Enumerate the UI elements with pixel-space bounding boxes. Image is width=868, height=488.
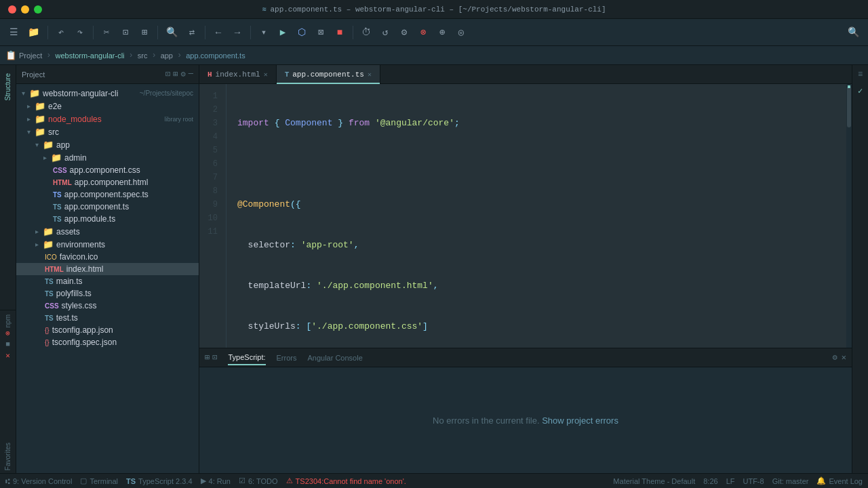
file-tree-action-expand[interactable]: ⊞	[173, 69, 178, 79]
folder-icon-e2e: 📁	[35, 101, 45, 111]
tree-item-app[interactable]: ▾ 📁 app	[16, 138, 199, 151]
status-vcs[interactable]: ⑆ 9: Version Control	[5, 477, 72, 485]
stop-button[interactable]: ■	[332, 24, 348, 41]
structure-panel-button[interactable]: Structure	[3, 70, 13, 104]
status-event-log[interactable]: 🔔 Event Log	[816, 476, 863, 485]
file-tree-action-close[interactable]: —	[189, 69, 193, 79]
tab-close-appcomp[interactable]: ✕	[368, 70, 372, 79]
nav-file[interactable]: app.component.ts	[186, 52, 245, 60]
error-button[interactable]: ⊗	[415, 24, 431, 41]
minimize-button[interactable]	[21, 5, 29, 14]
minimap-scrollbar[interactable]	[846, 84, 852, 348]
bottom-expand-icon[interactable]: ⊞	[205, 352, 210, 363]
tree-item-assets[interactable]: ▸ 📁 assets	[16, 225, 199, 238]
tree-item-admin[interactable]: ▸ 📁 admin	[16, 151, 199, 164]
status-terminal[interactable]: ▢ Terminal	[80, 476, 118, 485]
tree-item-polyfills[interactable]: TS polyfills.ts	[16, 287, 199, 300]
npm-label[interactable]: npm	[3, 313, 13, 329]
status-typescript[interactable]: TS TypeScript 2.3.4	[126, 477, 193, 485]
history-button[interactable]: ⏱	[358, 24, 374, 41]
bottom-collapse-icon[interactable]: ⊡	[212, 352, 217, 363]
search-button[interactable]: 🔍	[163, 24, 181, 41]
forward-button[interactable]: →	[229, 24, 245, 41]
undo-button[interactable]: ↶	[53, 24, 69, 41]
status-git[interactable]: Git: master	[772, 477, 809, 485]
tree-item-favicon[interactable]: ICO favicon.ico	[16, 251, 199, 263]
right-icon-2[interactable]: ✓	[856, 84, 865, 98]
status-run[interactable]: ▶ 4: Run	[201, 476, 231, 485]
tree-item-main-ts[interactable]: TS main.ts	[16, 275, 199, 287]
status-todo[interactable]: ☑ 6: TODO	[239, 476, 278, 485]
tree-item-tsconfig-spec[interactable]: {} tsconfig.spec.json	[16, 336, 199, 348]
tree-item-src[interactable]: ▾ 📁 src	[16, 125, 199, 138]
chevron-right-icon-assets: ▸	[35, 228, 39, 235]
status-position[interactable]: 8:26	[703, 477, 717, 485]
run-button[interactable]: ▶	[275, 24, 291, 41]
tree-item-e2e[interactable]: ▸ 📁 e2e	[16, 100, 199, 113]
build-dropdown[interactable]: ▾	[256, 24, 272, 41]
copy-button[interactable]: ⊡	[117, 24, 134, 41]
npm-close-icon[interactable]: ✕	[5, 351, 10, 360]
right-icon-1[interactable]: ≡	[856, 68, 865, 81]
tree-item-app-module[interactable]: TS app.module.ts	[16, 213, 199, 225]
tree-item-tsconfig-app[interactable]: {} tsconfig.app.json	[16, 324, 199, 336]
close-button[interactable]	[8, 5, 16, 14]
favorites-panel-button[interactable]: Favorites	[3, 440, 13, 473]
bottom-tab-typescript[interactable]: TypeScript:	[228, 350, 265, 365]
back-button[interactable]: ←	[210, 24, 226, 41]
nav-project[interactable]: 📋 Project	[5, 50, 42, 61]
status-line-ending[interactable]: LF	[726, 477, 735, 485]
redo-button[interactable]: ↷	[72, 24, 88, 41]
tree-item-app-spec[interactable]: TS app.component.spec.ts	[16, 188, 199, 201]
code-editor[interactable]: 1 2 3 4 5 6 7 8 9 10 11 import { Compone…	[199, 84, 852, 348]
line-num-7: 7	[199, 171, 220, 184]
tree-item-test-ts[interactable]: TS test.ts	[16, 312, 199, 324]
bottom-tab-angular[interactable]: Angular Console	[307, 351, 362, 365]
replace-button[interactable]: ⇄	[184, 24, 200, 41]
tree-item-environments[interactable]: ▸ 📁 environments	[16, 238, 199, 251]
file-tree-action-sync[interactable]: ⊡	[165, 69, 170, 79]
ts-status-label: TypeScript 2.3.4	[138, 477, 193, 485]
tree-item-app-ts[interactable]: TS app.component.ts	[16, 201, 199, 213]
tab-index-html[interactable]: H index.html ✕	[199, 65, 277, 84]
file-tree-action-settings[interactable]: ⚙	[181, 69, 186, 79]
global-search-button[interactable]: 🔍	[844, 24, 863, 41]
tree-item-root[interactable]: ▾ 📁 webstorm-angular-cli ~/Projects/site…	[16, 87, 199, 100]
bottom-action-settings[interactable]: ⚙	[833, 352, 837, 363]
toolbar-sep-6	[353, 26, 353, 39]
scrollbar-thumb[interactable]	[847, 87, 851, 127]
maximize-button[interactable]	[34, 5, 42, 14]
nav-src[interactable]: src	[138, 52, 148, 60]
nav-root[interactable]: webstorm-angular-cli	[55, 52, 124, 60]
power-button[interactable]: ◎	[453, 24, 469, 41]
bottom-tab-errors[interactable]: Errors	[277, 351, 297, 365]
open-file-button[interactable]: 📁	[24, 24, 43, 41]
nav-project-label: Project	[19, 52, 42, 60]
tree-item-app-html[interactable]: HTML app.component.html	[16, 176, 199, 188]
npm-error-icon[interactable]: ⊗	[5, 329, 10, 338]
status-encoding[interactable]: UTF-8	[743, 477, 764, 485]
css-file-icon-styles: CSS	[45, 302, 59, 310]
tree-item-styles-css[interactable]: CSS styles.css	[16, 300, 199, 312]
inspect-button[interactable]: ⊕	[434, 24, 450, 41]
show-project-errors-link[interactable]: Show project errors	[542, 415, 618, 426]
nav-breadcrumb: 📋 Project › webstorm-angular-cli › src ›…	[0, 46, 868, 65]
folder-icon-assets: 📁	[43, 226, 54, 237]
menu-button[interactable]: ☰	[5, 24, 22, 41]
main-content: Structure Favorites Project ⊡ ⊞ ⚙ — ▾ 📁 …	[0, 65, 868, 473]
nav-app[interactable]: app	[161, 52, 173, 60]
tree-item-node-modules[interactable]: ▸ 📁 node_modules library root	[16, 113, 199, 125]
tab-app-component-ts[interactable]: T app.component.ts ✕	[277, 65, 380, 84]
tab-close-index[interactable]: ✕	[264, 70, 268, 79]
cut-button[interactable]: ✂	[98, 24, 115, 41]
settings-button[interactable]: ⚙	[396, 24, 412, 41]
tree-item-index-html[interactable]: HTML index.html	[16, 263, 199, 275]
paste-button[interactable]: ⊞	[136, 24, 153, 41]
coverage-button[interactable]: ⊠	[313, 24, 329, 41]
tree-item-app-css[interactable]: CSS app.component.css	[16, 164, 199, 176]
code-content[interactable]: import { Component } from '@angular/core…	[226, 84, 846, 348]
revert-button[interactable]: ↺	[377, 24, 393, 41]
npm-stop-icon[interactable]: ■	[5, 340, 10, 348]
debug-button[interactable]: ⬡	[294, 24, 310, 41]
bottom-action-close[interactable]: ✕	[842, 352, 846, 363]
